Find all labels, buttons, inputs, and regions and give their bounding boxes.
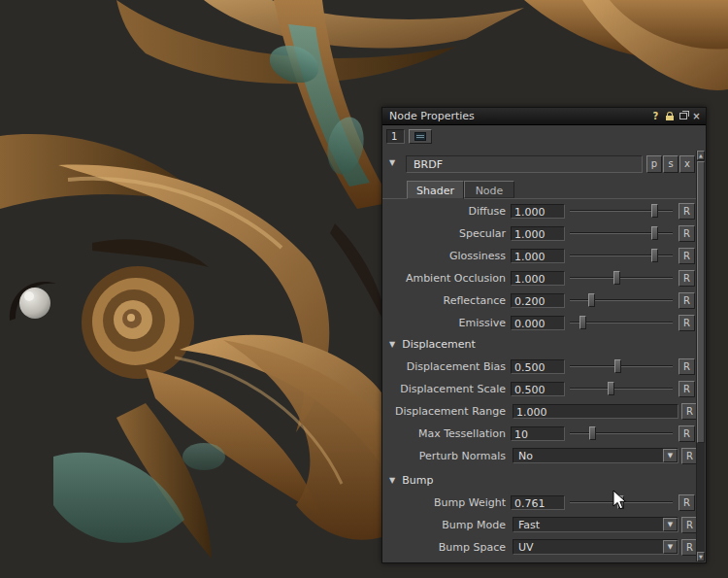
- displacement-bias-slider[interactable]: [567, 357, 676, 376]
- specular-row: Specular 1.000 R: [384, 223, 699, 243]
- bump-space-dropdown[interactable]: UV ▼: [513, 539, 678, 555]
- diffuse-reset-button[interactable]: R: [678, 203, 695, 220]
- displacement-section-label: Displacement: [402, 338, 476, 351]
- emissive-slider[interactable]: [567, 313, 676, 332]
- perturb-normals-value: No: [513, 450, 663, 462]
- form-list-icon: [414, 132, 426, 141]
- slider-handle[interactable]: [614, 359, 621, 373]
- displacement-section-header[interactable]: ▼ Displacement: [382, 335, 699, 353]
- slider-handle[interactable]: [651, 249, 658, 262]
- max-tessellation-reset-button[interactable]: R: [678, 425, 695, 442]
- displacement-scale-slider[interactable]: [567, 379, 676, 398]
- brdf-s-button[interactable]: s: [663, 155, 678, 173]
- mouse-cursor: [612, 490, 629, 511]
- ambient-occlusion-reset-button[interactable]: R: [678, 270, 695, 287]
- reflectance-label: Reflectance: [384, 294, 511, 307]
- displacement-bias-label: Displacement Bias: [384, 360, 511, 373]
- displacement-bias-row: Displacement Bias 0.500 R: [384, 357, 699, 376]
- displacement-scale-value-field[interactable]: 0.500: [511, 382, 565, 396]
- bump-space-value: UV: [513, 541, 663, 554]
- float-window-icon[interactable]: [677, 110, 689, 122]
- chevron-down-icon[interactable]: ▼: [663, 540, 678, 554]
- diffuse-value-field[interactable]: 1.000: [511, 204, 565, 219]
- emissive-label: Emissive: [384, 317, 511, 329]
- bump-mode-label: Bump Mode: [384, 519, 511, 531]
- tab-shader[interactable]: Shader: [407, 181, 464, 199]
- panel-scrollbar[interactable]: ▲ ▼: [696, 151, 705, 561]
- scrollbar-thumb[interactable]: [697, 161, 705, 443]
- item-index-field[interactable]: 1: [386, 129, 405, 144]
- slider-handle[interactable]: [613, 271, 620, 285]
- slider-handle[interactable]: [608, 382, 614, 395]
- bump-mode-row: Bump Mode Fast ▼ R: [384, 515, 699, 534]
- glossiness-row: Glossiness 1.000 R: [384, 246, 699, 265]
- slider-handle[interactable]: [588, 293, 595, 307]
- bump-space-row: Bump Space UV ▼ R: [384, 537, 699, 557]
- slider-handle[interactable]: [651, 204, 658, 218]
- glossiness-reset-button[interactable]: R: [678, 248, 695, 264]
- bump-mode-value: Fast: [513, 519, 663, 531]
- bump-weight-value-field[interactable]: 0.761: [511, 495, 565, 510]
- displacement-scale-reset-button[interactable]: R: [678, 381, 695, 397]
- displacement-bias-value-field[interactable]: 0.500: [511, 359, 565, 374]
- specular-label: Specular: [384, 227, 511, 240]
- panel-titlebar[interactable]: Node Properties ? ×: [382, 108, 706, 125]
- scroll-up-icon[interactable]: ▲: [697, 151, 705, 160]
- ambient-occlusion-slider[interactable]: [567, 268, 676, 288]
- displacement-range-row: Displacement Range 1.000 R: [384, 401, 699, 421]
- emissive-reset-button[interactable]: R: [678, 315, 695, 331]
- ambient-occlusion-value-field[interactable]: 1.000: [511, 271, 565, 286]
- bump-mode-dropdown[interactable]: Fast ▼: [513, 517, 678, 532]
- slider-track: [570, 388, 673, 389]
- perturb-normals-row: Perturb Normals No ▼ R: [384, 446, 699, 465]
- emissive-value-field[interactable]: 0.000: [511, 316, 565, 330]
- ambient-occlusion-label: Ambient Occlusion: [384, 272, 511, 285]
- reflectance-value-field[interactable]: 0.200: [511, 293, 565, 308]
- displacement-range-label: Displacement Range: [384, 405, 511, 418]
- perturb-normals-dropdown[interactable]: No ▼: [513, 448, 678, 463]
- preset-picker-button[interactable]: [409, 129, 432, 144]
- brdf-x-button[interactable]: x: [679, 155, 695, 173]
- panel-title: Node Properties: [389, 110, 648, 122]
- brdf-header[interactable]: BRDF: [406, 155, 643, 173]
- chevron-down-icon[interactable]: ▼: [663, 449, 678, 462]
- glossiness-value-field[interactable]: 1.000: [511, 249, 565, 263]
- max-tessellation-slider[interactable]: [567, 424, 676, 443]
- specular-slider[interactable]: [567, 223, 676, 243]
- chevron-down-icon[interactable]: ▼: [663, 518, 678, 531]
- reflectance-reset-button[interactable]: R: [678, 292, 695, 309]
- slider-track: [570, 299, 673, 300]
- node-properties-panel: Node Properties ? × 1 ▼ BRDF p s x Shade…: [381, 107, 707, 563]
- brdf-collapse-icon[interactable]: ▼: [389, 158, 395, 167]
- glossiness-label: Glossiness: [384, 250, 511, 262]
- float-window-icon-shape: [679, 113, 687, 119]
- slider-handle[interactable]: [579, 316, 586, 329]
- specular-value-field[interactable]: 1.000: [511, 226, 565, 241]
- bump-collapse-icon[interactable]: ▼: [389, 476, 395, 485]
- diffuse-slider[interactable]: [567, 201, 676, 221]
- slider-track: [570, 432, 673, 433]
- displacement-collapse-icon[interactable]: ▼: [389, 340, 395, 349]
- max-tessellation-value-field[interactable]: 10: [511, 426, 565, 441]
- slider-track: [570, 277, 673, 278]
- scroll-down-icon[interactable]: ▼: [697, 552, 705, 561]
- close-icon[interactable]: ×: [690, 110, 703, 122]
- reflectance-slider[interactable]: [567, 290, 676, 310]
- bump-section-header[interactable]: ▼ Bump: [382, 471, 699, 489]
- bump-weight-reset-button[interactable]: R: [678, 494, 695, 511]
- brdf-p-button[interactable]: p: [646, 155, 662, 173]
- displacement-bias-reset-button[interactable]: R: [678, 358, 695, 375]
- help-icon[interactable]: ?: [649, 110, 662, 122]
- diffuse-label: Diffuse: [384, 205, 511, 218]
- specular-reset-button[interactable]: R: [678, 225, 695, 242]
- displacement-range-value-field[interactable]: 1.000: [513, 404, 678, 419]
- lock-icon[interactable]: [663, 110, 676, 122]
- slider-handle[interactable]: [651, 226, 658, 240]
- lock-icon-shape: [666, 116, 674, 120]
- tab-node[interactable]: Node: [464, 181, 514, 198]
- bump-weight-row: Bump Weight 0.761 R: [384, 493, 699, 512]
- slider-handle[interactable]: [589, 426, 596, 440]
- ambient-occlusion-row: Ambient Occlusion 1.000 R: [384, 268, 699, 288]
- max-tessellation-label: Max Tessellation: [384, 427, 511, 440]
- glossiness-slider[interactable]: [567, 246, 676, 265]
